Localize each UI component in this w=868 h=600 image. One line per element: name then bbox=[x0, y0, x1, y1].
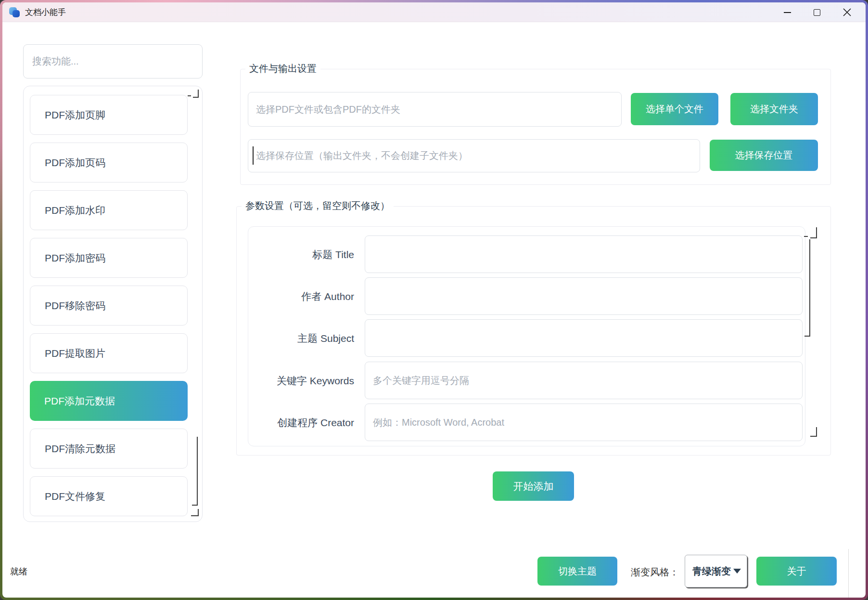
sidebar-item-pdf-file-repair[interactable]: PDF文件修复 bbox=[30, 476, 188, 516]
window-controls bbox=[772, 2, 862, 22]
scrollbar-artifact bbox=[193, 90, 199, 98]
app-icon bbox=[9, 6, 20, 18]
select-single-file-button[interactable]: 选择单个文件 bbox=[631, 93, 718, 125]
scrollbar-artifact bbox=[804, 236, 808, 237]
params-panel: 标题 Title 作者 Author 主题 Subject 关键字 Keywor… bbox=[248, 226, 805, 446]
sidebar-item-pdf-add-watermark[interactable]: PDF添加水印 bbox=[30, 190, 188, 230]
scrollbar-artifact bbox=[810, 427, 817, 437]
save-location-input[interactable] bbox=[248, 139, 700, 172]
scrollbar-artifact bbox=[191, 509, 199, 516]
window-title: 文档小能手 bbox=[25, 7, 66, 18]
scrollbar-artifact bbox=[810, 227, 817, 238]
gradient-style-label: 渐变风格： bbox=[631, 566, 679, 579]
sidebar-item-pdf-clear-metadata[interactable]: PDF清除元数据 bbox=[30, 429, 188, 469]
dropdown-arrow-icon bbox=[733, 569, 741, 574]
pdf-file-path-input[interactable] bbox=[248, 92, 622, 127]
keywords-label: 关键字 Keywords bbox=[248, 375, 354, 387]
params-scrollbar[interactable] bbox=[804, 239, 810, 337]
select-save-location-button[interactable]: 选择保存位置 bbox=[710, 140, 818, 171]
scrollbar-artifact bbox=[188, 95, 191, 96]
text-caret bbox=[253, 146, 254, 165]
maximize-button[interactable] bbox=[802, 2, 832, 22]
title-label: 标题 Title bbox=[248, 249, 354, 261]
subject-field[interactable] bbox=[365, 319, 803, 357]
author-field[interactable] bbox=[365, 277, 803, 315]
file-output-section: 文件与输出设置 选择单个文件 选择文件夹 选择保存位置 bbox=[240, 69, 831, 185]
file-output-section-title: 文件与输出设置 bbox=[245, 62, 320, 75]
minimize-icon bbox=[784, 12, 791, 13]
params-section-title: 参数设置（可选，留空则不修改） bbox=[242, 199, 394, 212]
minimize-button[interactable] bbox=[772, 2, 802, 22]
about-button[interactable]: 关于 bbox=[756, 557, 837, 586]
sidebar-function-list: PDF添加页脚 PDF添加页码 PDF添加水印 PDF添加密码 PDF移除密码 … bbox=[23, 86, 203, 522]
title-bar: 文档小能手 bbox=[2, 2, 866, 22]
start-add-button[interactable]: 开始添加 bbox=[493, 471, 574, 501]
sidebar-item-pdf-add-password[interactable]: PDF添加密码 bbox=[30, 238, 188, 278]
gradient-style-select[interactable]: 青绿渐变 bbox=[685, 555, 747, 587]
maximize-icon bbox=[814, 9, 820, 16]
close-button[interactable] bbox=[832, 2, 862, 22]
gradient-style-value: 青绿渐变 bbox=[692, 565, 731, 578]
subject-label: 主题 Subject bbox=[248, 333, 354, 344]
sidebar-item-pdf-remove-password[interactable]: PDF移除密码 bbox=[30, 286, 188, 326]
sidebar-item-pdf-add-page-number[interactable]: PDF添加页码 bbox=[30, 143, 188, 183]
sidebar-item-pdf-add-metadata[interactable]: PDF添加元数据 bbox=[30, 381, 188, 421]
status-text: 就绪 bbox=[10, 566, 27, 577]
author-label: 作者 Author bbox=[248, 291, 354, 302]
window-frame: 文档小能手 PDF添加页脚 PDF添加页码 PDF添加水印 bbox=[0, 0, 868, 600]
search-input[interactable] bbox=[23, 44, 203, 78]
sidebar-item-pdf-extract-images[interactable]: PDF提取图片 bbox=[30, 333, 188, 373]
statusbar-divider bbox=[848, 549, 849, 598]
sidebar-scrollbar[interactable] bbox=[192, 437, 198, 506]
close-icon bbox=[843, 8, 851, 16]
keywords-field[interactable] bbox=[365, 362, 803, 399]
title-field[interactable] bbox=[365, 235, 803, 273]
select-folder-button[interactable]: 选择文件夹 bbox=[730, 93, 818, 125]
creator-field[interactable] bbox=[365, 404, 803, 441]
toggle-theme-button[interactable]: 切换主题 bbox=[537, 557, 617, 586]
creator-label: 创建程序 Creator bbox=[248, 417, 354, 429]
params-section: 参数设置（可选，留空则不修改） 标题 Title 作者 Author 主题 Su… bbox=[236, 206, 831, 456]
sidebar-item-pdf-add-footer[interactable]: PDF添加页脚 bbox=[30, 95, 188, 135]
app-window: 文档小能手 PDF添加页脚 PDF添加页码 PDF添加水印 bbox=[2, 2, 866, 598]
